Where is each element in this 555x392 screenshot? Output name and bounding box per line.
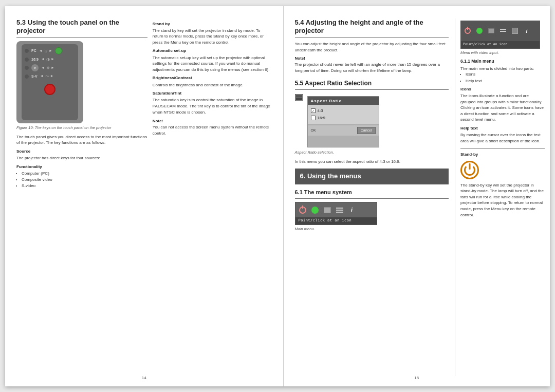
section-6-bar: 6. Using the menus bbox=[295, 169, 449, 184]
box-icon bbox=[324, 207, 331, 213]
menu-icon-green bbox=[311, 206, 319, 214]
aspect-label-43: 4:3 bbox=[318, 108, 323, 114]
icons-section-text: The icons illustrate a function and are … bbox=[460, 93, 545, 123]
aspect-option-43: ✓ 4:3 bbox=[311, 108, 376, 114]
panel-label-pc: PC bbox=[31, 48, 36, 53]
standby-text: The stand by key will set the projector … bbox=[153, 28, 272, 46]
main-menu-label-bar: Point/click at an icon bbox=[295, 217, 377, 225]
section-5-4-title: 5.4 Adjusting the height and angle of th… bbox=[295, 18, 449, 36]
section-5-5-divider bbox=[295, 89, 449, 90]
standby-sidebar-heading: Stand-by bbox=[460, 152, 545, 157]
left-page: 5.3 Using the touch panel on the project… bbox=[5, 6, 284, 386]
panel-v-label: V bbox=[31, 64, 39, 71]
page-spread: 5.3 Using the touch panel on the project… bbox=[5, 6, 550, 386]
aspect-checkbox-169 bbox=[311, 116, 316, 120]
section-6-1-divider bbox=[295, 198, 449, 199]
left-col-left: 5.3 Using the touch panel on the project… bbox=[16, 18, 147, 376]
section-divider bbox=[16, 38, 147, 38]
green-circle-icon bbox=[311, 207, 319, 214]
panel-arrows-pc: ◄ ☼ ► bbox=[39, 48, 52, 54]
figure-caption: Figure 10: The keys on the touch panel o… bbox=[16, 125, 147, 131]
sidebar-power-icon bbox=[465, 28, 471, 34]
aspect-menu-bar: Aspect Ratio bbox=[308, 97, 379, 105]
panel-label-sv: S-V bbox=[31, 74, 38, 79]
section-5-5-title: 5.5 Aspect Ratio Selection bbox=[295, 79, 449, 88]
sidebar-lines-icon bbox=[500, 29, 506, 33]
aspect-ok-btn[interactable]: OK bbox=[311, 128, 316, 133]
left-col-right: Stand by The stand by key will set the p… bbox=[153, 18, 272, 376]
sidebar-menu-image: i Point/click at an icon bbox=[460, 21, 540, 49]
note-box: Note! You can not access the screen menu… bbox=[153, 118, 272, 136]
section-611-list: Icons Help text bbox=[466, 71, 545, 83]
panel-arrows-v: ◄ ❖ ► bbox=[41, 65, 54, 71]
touch-panel-image: PC ◄ ☼ ► 16:9 ◄ ◑ ► V ◄ ❖ ► bbox=[16, 41, 83, 123]
aspect-menu-image: Aspect Ratio ✓ 4:3 16:9 OK bbox=[307, 96, 379, 147]
sidebar-box-icon bbox=[488, 28, 494, 33]
bullet-composite: Composite video bbox=[22, 177, 147, 182]
aspect-label-169: 16:9 bbox=[318, 115, 326, 121]
right-sidebar-col: i Point/click at an icon Menu with video… bbox=[455, 18, 550, 376]
autosetup-text: The automatic set-up key will set up the… bbox=[153, 55, 272, 73]
section-6-1-title: 6.1 The menu system bbox=[295, 189, 449, 196]
standby-sidebar-text: The stand-by key will set the projector … bbox=[460, 182, 545, 218]
panel-green-btn bbox=[55, 47, 62, 54]
brightness-heading: Brightness/Contrast bbox=[153, 75, 272, 81]
saturation-heading: Saturation/Tint bbox=[153, 90, 272, 96]
intro-text: The touch panel gives you direct access … bbox=[16, 134, 147, 146]
lines-icon bbox=[336, 208, 343, 213]
functionality-list: Computer (PC) Composite video S-video bbox=[22, 171, 147, 189]
panel-row-v: V ◄ ❖ ► bbox=[25, 64, 75, 71]
menu-icon-info: i bbox=[348, 206, 356, 214]
aspect-icon-small bbox=[295, 94, 303, 101]
functionality-heading: Functionality bbox=[16, 164, 147, 170]
menu-icon-lines bbox=[336, 206, 344, 214]
standby-divider bbox=[460, 148, 545, 148]
section-5-4-text: You can adjust the height and angle of t… bbox=[295, 41, 449, 53]
aspect-caption: Aspect Ratio selection. bbox=[295, 150, 449, 156]
source-text: The projector has direct keys for four s… bbox=[16, 155, 147, 161]
sidebar-icons-row: i bbox=[461, 21, 540, 42]
sidebar-icon-6: i bbox=[522, 26, 531, 35]
sidebar-icon-4 bbox=[498, 26, 508, 35]
note-5-4-label: Note! bbox=[295, 56, 305, 61]
sidebar-menu-caption: Menu with video input. bbox=[460, 50, 545, 56]
section-5-4-divider bbox=[295, 38, 449, 38]
sidebar-icon-2 bbox=[475, 26, 484, 35]
bullet-icons: Icons bbox=[466, 71, 545, 77]
main-menu-icons-row: i bbox=[295, 202, 377, 217]
panel-power-btn bbox=[44, 84, 55, 95]
bullet-computer: Computer (PC) bbox=[22, 171, 147, 176]
right-main-col: 5.4 Adjusting the height and angle of th… bbox=[295, 18, 455, 376]
aspect-ratio-container: Aspect Ratio ✓ 4:3 16:9 OK bbox=[295, 93, 449, 149]
section-5-3-title: 5.3 Using the touch panel on the project… bbox=[16, 18, 147, 36]
right-page: 5.4 Adjusting the height and angle of th… bbox=[284, 6, 550, 386]
panel-row-pc: PC ◄ ☼ ► bbox=[25, 47, 75, 54]
aspect-text: In this menu you can select the aspect r… bbox=[295, 159, 449, 165]
main-menu-caption: Main menu. bbox=[295, 227, 449, 232]
brightness-text: Controls the brightness and contrast of … bbox=[153, 82, 272, 88]
saturation-text: The saturation key is to control the sat… bbox=[153, 97, 272, 115]
note-5-4-text: The projector should never be left with … bbox=[295, 62, 449, 73]
helptext-section-text: By moving the cursor over the icons the … bbox=[460, 132, 545, 144]
note-5-4-box: Note! The projector should never be left… bbox=[295, 55, 449, 73]
aspect-menu-body: ✓ 4:3 16:9 bbox=[308, 105, 379, 123]
page-number-left: 14 bbox=[142, 375, 146, 381]
aspect-menu-footer: OK Cancel bbox=[308, 125, 379, 136]
aspect-cancel-btn[interactable]: Cancel bbox=[357, 127, 376, 134]
standby-heading: Stand by bbox=[153, 21, 272, 27]
standby-icon-arc bbox=[464, 164, 475, 176]
panel-arrows-sv: ◄ 〜 ► bbox=[40, 73, 54, 79]
autosetup-heading: Automatic set-up bbox=[153, 48, 272, 53]
panel-dot-169 bbox=[25, 58, 29, 62]
info-icon: i bbox=[351, 206, 353, 214]
bullet-svideo: S-video bbox=[22, 183, 147, 189]
aspect-checkbox-43: ✓ bbox=[311, 108, 316, 113]
panel-row-sv: S-V ◄ 〜 ► bbox=[25, 73, 75, 79]
panel-label-169: 16:9 bbox=[31, 57, 39, 62]
icons-section-heading: Icons bbox=[460, 86, 545, 92]
panel-dot-sv bbox=[25, 74, 29, 79]
bullet-helptext: Help text bbox=[466, 78, 545, 84]
panel-row-power bbox=[25, 84, 75, 95]
panel-dot-pc bbox=[25, 49, 29, 53]
sidebar-info-icon: i bbox=[526, 27, 527, 35]
